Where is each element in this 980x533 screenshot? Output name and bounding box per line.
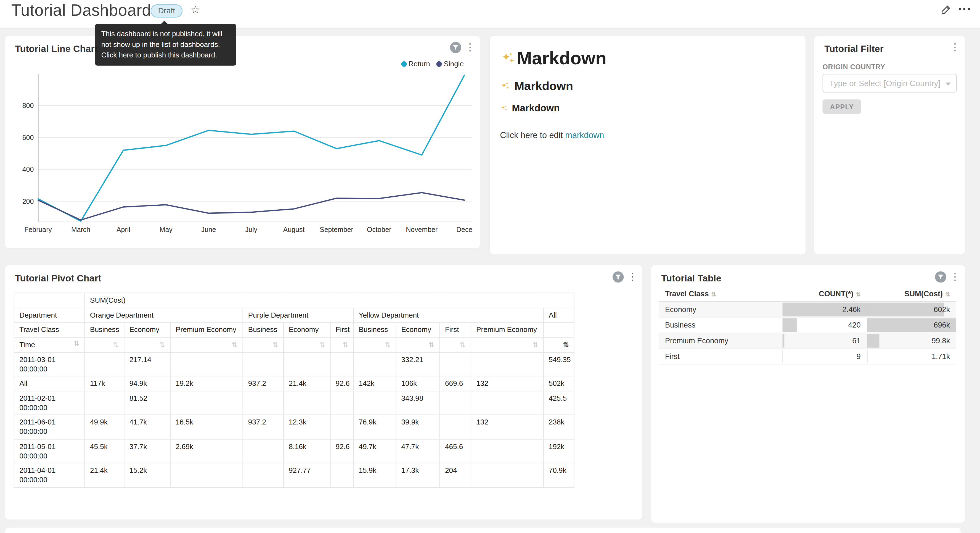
filter-card: Tutorial Filter ⋮ ORIGIN COUNTRY Type or…: [815, 36, 965, 254]
sort-icon[interactable]: ⇅: [342, 342, 348, 348]
count-bar: [783, 334, 785, 348]
pivot-row: 2011-03-01 00:00:00217.14332.21549.35: [14, 352, 574, 376]
pivot-value-cell: [353, 391, 396, 415]
pivot-value-cell: 465.6: [440, 439, 471, 463]
pivot-value-cell: 17.3k: [396, 463, 439, 487]
pivot-value-cell: [331, 415, 354, 439]
pivot-value-cell: 49.9k: [85, 415, 124, 439]
sort-icon[interactable]: ⇅: [385, 342, 391, 348]
pivot-row: 2011-05-01 00:00:0045.5k37.7k2.69k8.16k9…: [14, 439, 574, 463]
pivot-sort-cell: ⇅: [471, 337, 544, 353]
dashboard-page: Tutorial Dashboard Draft ☆ ⋯ This dashbo…: [0, 0, 980, 533]
chart-menu-icon[interactable]: ⋮: [465, 42, 475, 53]
filter-menu-icon[interactable]: ⋮: [950, 42, 960, 53]
pivot-value-cell: [170, 463, 243, 487]
sort-icon[interactable]: ⇅: [232, 342, 237, 348]
svg-text:August: August: [283, 226, 305, 233]
applied-filter-icon[interactable]: [612, 271, 624, 283]
pivot-chart-title: Tutorial Pivot Chart: [15, 273, 101, 283]
pivot-value-cell: [170, 391, 243, 415]
chart-menu-icon[interactable]: ⋮: [627, 271, 637, 283]
pivot-value-cell: 19.2k: [170, 377, 243, 391]
draft-badge[interactable]: Draft: [151, 5, 183, 18]
pivot-value-cell: 21.4k: [85, 463, 124, 487]
sort-icon[interactable]: ⇅: [429, 342, 434, 348]
pivot-row-label: 2011-02-01 00:00:00: [14, 391, 85, 415]
sort-icon[interactable]: ⇅: [532, 342, 538, 348]
chart-menu-icon[interactable]: ⋮: [950, 271, 960, 283]
sparkles-icon: [500, 81, 511, 91]
sort-icon[interactable]: ⇅: [113, 342, 119, 348]
pivot-sort-cell: ⇅: [170, 337, 243, 353]
pivot-value-cell: [243, 439, 283, 463]
svg-text:July: July: [245, 226, 258, 233]
travel-class-cell: Business: [659, 317, 782, 333]
applied-filter-icon[interactable]: [935, 271, 946, 283]
sum-cell: 1.71k: [867, 348, 956, 364]
legend-item[interactable]: Return: [401, 60, 430, 67]
sort-icon[interactable]: ⇅: [272, 342, 278, 348]
origin-country-select[interactable]: Type or Select [Origin Country]: [822, 74, 957, 93]
sum-cell: 99.8k: [867, 333, 956, 349]
markdown-paragraph-text: Click here to edit: [500, 131, 565, 140]
legend-item[interactable]: Single: [436, 60, 464, 67]
sparkles-icon: [500, 104, 508, 112]
pivot-group-header: Orange Department: [85, 308, 243, 322]
sum-bar: [867, 349, 867, 364]
sum-cell: 602k: [867, 302, 956, 317]
line-chart-svg: 200400600800FebruaryMarchAprilMayJuneJul…: [13, 72, 475, 236]
pivot-sort-cell: ⇅: [85, 337, 124, 353]
travel-class-cell: Premium Economy: [659, 333, 782, 349]
pivot-sort-cell: ⇅: [396, 337, 439, 353]
pivot-value-cell: [471, 352, 544, 376]
pivot-value-cell: 192k: [544, 439, 574, 463]
column-header-travel-class[interactable]: Travel Class⇅: [659, 286, 782, 302]
sort-icon[interactable]: ⇅: [460, 342, 466, 348]
pivot-value-cell: 117k: [85, 377, 124, 391]
svg-text:200: 200: [22, 198, 34, 205]
markdown-heading-3-text: Markdown: [512, 102, 560, 114]
svg-text:June: June: [201, 226, 216, 233]
pivot-group-header: Purple Department: [243, 308, 354, 322]
column-header-count[interactable]: COUNT(*)⇅: [783, 286, 867, 302]
edit-dashboard-icon[interactable]: [940, 5, 951, 18]
filter-card-title: Tutorial Filter: [824, 43, 883, 54]
pivot-column-header: Economy: [124, 322, 170, 337]
sort-icon[interactable]: ⇅: [319, 342, 325, 348]
svg-text:May: May: [159, 226, 173, 233]
data-table: Travel Class⇅COUNT(*)⇅SUM(Cost)⇅Economy2…: [659, 286, 956, 365]
favorite-star-icon[interactable]: ☆: [191, 3, 200, 16]
pivot-value-cell: [331, 391, 354, 415]
pivot-group-header: All: [544, 308, 574, 322]
pivot-value-cell: 669.6: [440, 377, 471, 391]
pivot-chart-card: Tutorial Pivot Chart ⋮ SUM(Cost)Departme…: [5, 265, 643, 519]
pivot-value-cell: 15.9k: [353, 463, 396, 487]
pivot-column-header: First: [440, 322, 471, 337]
applied-filter-icon[interactable]: [450, 42, 461, 53]
funnel-icon: [612, 271, 624, 283]
apply-button[interactable]: APPLY: [822, 99, 861, 114]
markdown-heading-1-text: Markdown: [517, 48, 606, 69]
markdown-edit-link[interactable]: markdown: [565, 131, 604, 140]
pivot-value-cell: 12.3k: [283, 415, 331, 439]
pivot-value-cell: 70.9k: [544, 463, 574, 487]
pivot-value-cell: 21.4k: [283, 377, 331, 391]
pivot-value-cell: 238k: [544, 415, 574, 439]
sort-icon[interactable]: ⇅: [563, 342, 569, 348]
dashboard-menu-icon[interactable]: ⋯: [957, 0, 971, 17]
pivot-row-label: 2011-05-01 00:00:00: [14, 439, 85, 463]
sort-icon[interactable]: ⇅: [74, 340, 80, 347]
pivot-value-cell: 106k: [396, 377, 439, 391]
pivot-row: All117k94.9k19.2k937.221.4k92.6142k106k6…: [14, 377, 574, 391]
sort-icon[interactable]: ⇅: [159, 342, 165, 348]
next-card-peek: [5, 528, 961, 533]
pivot-value-cell: 41.7k: [124, 415, 170, 439]
pivot-sort-cell: ⇅: [544, 337, 574, 353]
pivot-value-cell: 2.69k: [170, 439, 243, 463]
column-header-sum-cost[interactable]: SUM(Cost)⇅: [867, 286, 956, 302]
pivot-value-cell: [283, 352, 331, 376]
pivot-sort-cell: ⇅: [283, 337, 331, 353]
pivot-sort-cell: ⇅: [353, 337, 396, 353]
pivot-value-cell: 343.98: [396, 391, 439, 415]
svg-text:September: September: [320, 226, 353, 233]
